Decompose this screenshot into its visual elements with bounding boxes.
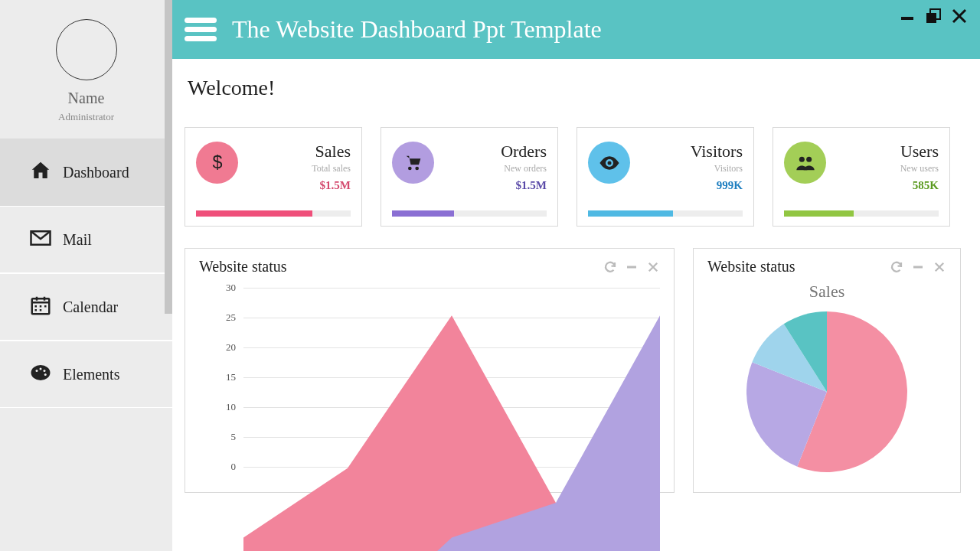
topbar: The Website Dashboard Ppt Template <box>172 0 980 59</box>
svg-point-24 <box>799 156 804 161</box>
area-chart: 302520151050 <box>199 282 660 473</box>
welcome-heading: Welcome! <box>188 76 968 100</box>
svg-point-14 <box>44 373 47 376</box>
card-value: 585K <box>900 179 939 192</box>
svg-point-21 <box>408 166 412 170</box>
close-panel-icon[interactable] <box>933 260 946 274</box>
sidebar-scrollbar[interactable] <box>165 0 172 314</box>
content: Welcome! $ Sales Total sales $1.5M <box>172 59 980 551</box>
sidebar-item-label: Calendar <box>63 298 118 316</box>
sidebar-item-elements[interactable]: Elements <box>0 341 172 408</box>
card-value: $1.5M <box>501 179 547 192</box>
card-title: Orders <box>501 142 547 161</box>
card-value: 999K <box>691 179 743 192</box>
svg-rect-15 <box>901 17 913 20</box>
window-controls <box>897 6 969 26</box>
profile-role: Administrator <box>58 111 114 123</box>
sidebar: Name Administrator Dashboard Mail Cale <box>0 0 172 551</box>
pie-chart <box>743 308 911 476</box>
close-icon[interactable] <box>949 6 969 26</box>
svg-rect-9 <box>40 309 42 311</box>
svg-point-13 <box>44 370 46 372</box>
sidebar-item-label: Dashboard <box>63 164 129 181</box>
palette-icon <box>29 361 52 388</box>
card-sub: Total sales <box>312 163 351 174</box>
panel-title: Website status <box>707 258 795 276</box>
profile-name: Name <box>68 90 105 107</box>
panel-pie-chart: Website status Sales <box>693 248 961 493</box>
card-orders[interactable]: Orders New orders $1.5M <box>381 127 558 227</box>
cart-icon <box>392 142 434 184</box>
calendar-icon <box>29 294 52 321</box>
svg-rect-17 <box>926 13 936 23</box>
svg-point-11 <box>36 370 38 372</box>
dollar-icon: $ <box>196 142 238 184</box>
maximize-icon[interactable] <box>923 6 943 26</box>
home-icon <box>29 159 52 186</box>
panels: Website status 302520151050 <box>185 248 968 493</box>
svg-rect-6 <box>40 305 42 308</box>
profile: Name Administrator <box>0 0 172 139</box>
minimize-panel-icon[interactable] <box>625 260 639 274</box>
sidebar-item-label: Mail <box>63 231 92 249</box>
card-users[interactable]: Users New users 585K <box>773 127 950 227</box>
card-sub: New users <box>900 163 939 174</box>
card-progress <box>196 210 351 217</box>
sidebar-item-dashboard[interactable]: Dashboard <box>0 139 172 206</box>
card-sub: Visitors <box>691 163 743 174</box>
panel-controls <box>603 260 660 274</box>
sidebar-item-calendar[interactable]: Calendar <box>0 273 172 341</box>
card-title: Sales <box>312 142 351 161</box>
users-icon <box>784 142 826 184</box>
svg-rect-7 <box>44 305 47 308</box>
mail-icon <box>29 227 52 253</box>
svg-point-22 <box>415 166 419 170</box>
minimize-panel-icon[interactable] <box>911 260 925 274</box>
svg-rect-5 <box>35 305 38 308</box>
refresh-icon[interactable] <box>603 260 617 274</box>
panel-controls <box>890 260 946 274</box>
hamburger-icon[interactable] <box>185 18 217 41</box>
page-title: The Website Dashboard Ppt Template <box>232 15 602 44</box>
svg-rect-8 <box>35 309 38 311</box>
nav: Dashboard Mail Calendar Elements <box>0 139 172 408</box>
card-sub: New orders <box>501 163 547 174</box>
eye-icon <box>588 142 630 184</box>
svg-rect-29 <box>913 266 923 268</box>
card-value: $1.5M <box>312 179 351 192</box>
card-progress <box>784 210 939 217</box>
close-panel-icon[interactable] <box>646 260 660 274</box>
card-progress <box>588 210 743 217</box>
minimize-icon[interactable] <box>897 6 917 26</box>
svg-point-12 <box>40 367 42 370</box>
avatar <box>56 19 117 80</box>
main: The Website Dashboard Ppt Template Welco… <box>172 0 980 551</box>
svg-text:$: $ <box>212 152 222 172</box>
sidebar-item-label: Elements <box>63 366 119 383</box>
card-title: Visitors <box>691 142 743 161</box>
card-sales[interactable]: $ Sales Total sales $1.5M <box>185 127 362 227</box>
card-title: Users <box>900 142 939 161</box>
panel-area-chart: Website status 302520151050 <box>185 248 675 493</box>
svg-point-23 <box>607 161 611 165</box>
refresh-icon[interactable] <box>890 260 903 274</box>
card-visitors[interactable]: Visitors Visitors 999K <box>577 127 754 227</box>
svg-rect-26 <box>627 266 636 268</box>
stat-cards: $ Sales Total sales $1.5M <box>185 127 968 227</box>
sidebar-item-mail[interactable]: Mail <box>0 206 172 273</box>
svg-point-25 <box>806 156 812 161</box>
panel-title: Website status <box>199 258 286 276</box>
svg-point-10 <box>31 365 51 380</box>
pie-title: Sales <box>707 282 946 302</box>
card-progress <box>392 210 547 217</box>
